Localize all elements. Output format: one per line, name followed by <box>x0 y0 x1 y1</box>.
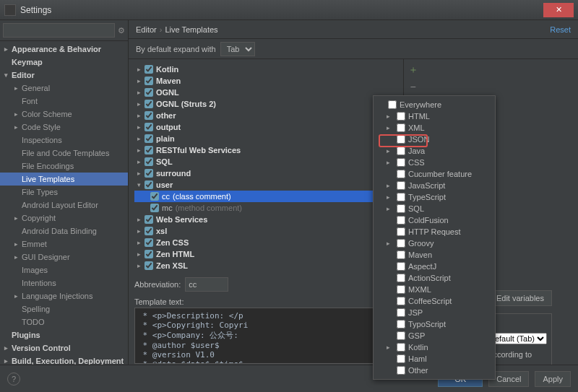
template-group-maven[interactable]: ▸Maven <box>134 75 397 87</box>
context-css[interactable]: ▸CSS <box>374 157 495 168</box>
sidebar-item-intentions[interactable]: Intentions <box>0 276 128 289</box>
expand-select[interactable]: Tab <box>220 42 255 56</box>
sidebar-item-language-injections[interactable]: ▸Language Injections <box>0 289 128 302</box>
edit-variables-button[interactable]: Edit variables <box>488 290 552 306</box>
context-typoscript[interactable]: TypoScript <box>374 318 495 330</box>
template-group-output[interactable]: ▸output <box>134 121 397 133</box>
template-group-web-services[interactable]: ▸Web Services <box>134 214 397 225</box>
sidebar-item-code-style[interactable]: ▸Code Style <box>0 121 128 134</box>
sidebar-item-live-templates[interactable]: Live Templates <box>0 173 128 186</box>
context-xml[interactable]: ▸XML <box>374 122 495 134</box>
context-coffeescript[interactable]: CoffeeScript <box>374 295 495 307</box>
sidebar-item-gui-designer[interactable]: ▸GUI Designer <box>0 251 128 263</box>
template-text-area[interactable]: * <p>Description: </p * <p>Copyright: Co… <box>134 308 397 364</box>
template-group-kotlin[interactable]: ▸Kotlin <box>134 64 397 75</box>
context-everywhere[interactable]: Everywhere <box>374 99 495 110</box>
context-json[interactable]: JSON <box>374 134 495 145</box>
context-maven[interactable]: Maven <box>374 249 495 261</box>
context-popup[interactable]: Everywhere▸HTML▸XMLJSON▸Java▸CSSCucumber… <box>373 95 496 380</box>
apply-button[interactable]: Apply <box>535 371 571 387</box>
context-http-request[interactable]: HTTP Request <box>374 226 495 238</box>
template-group-zen-xsl[interactable]: ▸Zen XSL <box>134 260 397 271</box>
sidebar-item-todo[interactable]: TODO <box>0 315 128 328</box>
context-java[interactable]: ▸Java <box>374 145 495 157</box>
sidebar-item-copyright[interactable]: ▸Copyright <box>0 212 128 225</box>
sidebar-item-font[interactable]: Font <box>0 95 128 108</box>
sidebar-item-android-layout-editor[interactable]: Android Layout Editor <box>0 199 128 212</box>
template-group-restful-web-services[interactable]: ▸RESTful Web Services <box>134 144 397 156</box>
abbreviation-label: Abbreviation: <box>134 280 181 289</box>
context-sql[interactable]: ▸SQL <box>374 203 495 214</box>
context-mxml[interactable]: MXML <box>374 284 495 295</box>
close-icon[interactable]: ✕ <box>543 3 574 17</box>
abbreviation-input[interactable] <box>185 277 228 292</box>
context-other[interactable]: Other <box>374 365 495 376</box>
context-aspectj[interactable]: AspectJ <box>374 261 495 272</box>
template-text-label: Template text: <box>134 297 397 306</box>
sidebar-item-android-data-binding[interactable]: Android Data Binding <box>0 225 128 238</box>
template-group-zen-html[interactable]: ▸Zen HTML <box>134 248 397 260</box>
context-jsp[interactable]: JSP <box>374 307 495 318</box>
context-gsp[interactable]: GSP <box>374 330 495 341</box>
expand-row: By default expand with Tab <box>129 39 578 59</box>
context-html[interactable]: ▸HTML <box>374 110 495 122</box>
chevron-right-icon: › <box>160 25 163 34</box>
template-group-other[interactable]: ▸other <box>134 110 397 121</box>
reset-link[interactable]: Reset <box>550 25 571 34</box>
help-icon[interactable]: ? <box>7 373 20 386</box>
titlebar: Settings ✕ <box>0 0 578 20</box>
sidebar-item-general[interactable]: ▸General <box>0 82 128 95</box>
context-javascript[interactable]: ▸JavaScript <box>374 180 495 191</box>
context-cucumber-feature[interactable]: Cucumber feature <box>374 168 495 180</box>
breadcrumb: Editor › Live Templates Reset <box>129 20 578 39</box>
sidebar: ⚙ ▸Appearance & BehaviorKeymap▾Editor▸Ge… <box>0 20 129 365</box>
context-kotlin[interactable]: ▸Kotlin <box>374 341 495 353</box>
template-item-mc[interactable]: mc(method comment) <box>134 202 397 214</box>
templates-panel: ▸Kotlin▸Maven▸OGNL▸OGNL (Struts 2)▸other… <box>129 59 403 365</box>
template-group-plain[interactable]: ▸plain <box>134 133 397 144</box>
expand-label: By default expand with <box>136 45 216 53</box>
context-typescript[interactable]: ▸TypeScript <box>374 191 495 203</box>
sidebar-item-color-scheme[interactable]: ▸Color Scheme <box>0 108 128 121</box>
context-haml[interactable]: Haml <box>374 353 495 365</box>
template-group-ognl[interactable]: ▸OGNL <box>134 87 397 98</box>
sidebar-item-appearance-behavior[interactable]: ▸Appearance & Behavior <box>0 43 128 56</box>
template-group-user[interactable]: ▾user <box>134 179 397 191</box>
search-input[interactable] <box>3 23 115 38</box>
breadcrumb-editor[interactable]: Editor <box>136 25 157 34</box>
sidebar-item-editor[interactable]: ▾Editor <box>0 69 128 82</box>
context-groovy[interactable]: ▸Groovy <box>374 238 495 249</box>
template-group-zen-css[interactable]: ▸Zen CSS <box>134 237 397 248</box>
gear-icon[interactable]: ⚙ <box>118 26 125 35</box>
plus-icon[interactable]: ＋ <box>408 64 418 77</box>
sidebar-item-spelling[interactable]: Spelling <box>0 302 128 315</box>
sidebar-item-file-encodings[interactable]: File Encodings <box>0 160 128 173</box>
template-group-surround[interactable]: ▸surround <box>134 167 397 179</box>
sidebar-item-plugins[interactable]: Plugins <box>0 328 128 341</box>
context-coldfusion[interactable]: ColdFusion <box>374 214 495 226</box>
minus-icon[interactable]: − <box>410 81 415 92</box>
template-group-sql[interactable]: ▸SQL <box>134 156 397 167</box>
content: Editor › Live Templates Reset By default… <box>129 20 578 365</box>
sidebar-item-version-control[interactable]: ▸Version Control <box>0 341 128 354</box>
context-actionscript[interactable]: ActionScript <box>374 272 495 284</box>
window-title: Settings <box>20 5 543 15</box>
sidebar-item-file-and-code-templates[interactable]: File and Code Templates <box>0 147 128 160</box>
app-icon <box>4 4 16 16</box>
sidebar-item-build-execution-deployment[interactable]: ▸Build, Execution, Deployment <box>0 354 128 365</box>
template-group-xsl[interactable]: ▸xsl <box>134 225 397 237</box>
sidebar-item-inspections[interactable]: Inspections <box>0 134 128 147</box>
template-item-cc[interactable]: cc(class comment) <box>134 191 397 202</box>
sidebar-item-emmet[interactable]: ▸Emmet <box>0 238 128 251</box>
breadcrumb-live-templates: Live Templates <box>165 25 217 34</box>
sidebar-item-file-types[interactable]: File Types <box>0 186 128 199</box>
sidebar-item-images[interactable]: Images <box>0 263 128 276</box>
sidebar-tree: ▸Appearance & BehaviorKeymap▾Editor▸Gene… <box>0 41 128 365</box>
sidebar-item-keymap[interactable]: Keymap <box>0 56 128 69</box>
template-group-ognl-struts-2-[interactable]: ▸OGNL (Struts 2) <box>134 98 397 110</box>
